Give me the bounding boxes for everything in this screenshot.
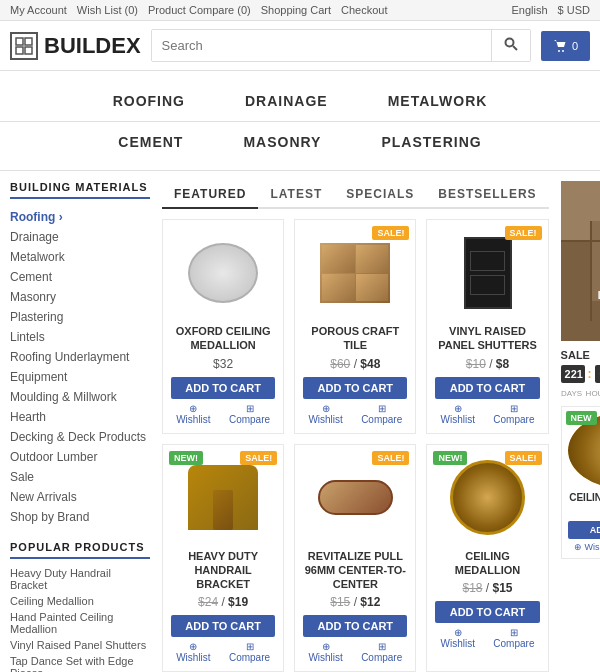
logo[interactable]: BUILDEX <box>10 32 141 60</box>
countdown-days: 221 <box>561 365 585 383</box>
search-input[interactable] <box>152 30 491 61</box>
wishlist-link-3[interactable]: ⊕ Wishlist <box>171 641 216 663</box>
product-card-5: NEW! SALE! CEILING MEDALLION $18 / $15 A… <box>426 444 548 672</box>
tab-bestsellers[interactable]: BESTSELLERS <box>426 181 548 209</box>
sidebar-item-shop-by-brand[interactable]: Shop by Brand <box>10 507 150 527</box>
sidebar-item-new-arrivals[interactable]: New Arrivals <box>10 487 150 507</box>
add-to-cart-button-2[interactable]: ADD TO CART <box>435 377 539 399</box>
featured-add-to-cart-button[interactable]: ADD TO CART <box>568 521 600 539</box>
checkout-link[interactable]: Checkout <box>341 4 387 16</box>
popular-item-0[interactable]: Heavy Duty Handrail Bracket <box>10 565 150 593</box>
promo-text: LATEST OFFER 30% OFF Shop now <box>569 290 600 333</box>
content: BUILDING MATERIALS Roofing › Drainage Me… <box>0 171 600 672</box>
sidebar-item-lintels[interactable]: Lintels <box>10 327 150 347</box>
wishlist-link-0[interactable]: ⊕ Wishlist <box>171 403 216 425</box>
main-nav-row2: CEMENT MASONRY PLASTERING <box>0 122 600 171</box>
product-badge-4: SALE! <box>372 451 409 465</box>
add-to-cart-button-1[interactable]: ADD TO CART <box>303 377 407 399</box>
currency-selector[interactable]: $ USD <box>558 4 590 16</box>
product-actions-5: ⊕ Wishlist ⊞ Compare <box>435 627 539 649</box>
countdown-labels: DAYS HOURS MIN SEC <box>561 389 600 398</box>
my-account-link[interactable]: My Account <box>10 4 67 16</box>
product-shape-tile <box>320 243 390 303</box>
cart-button[interactable]: 0 <box>541 31 590 61</box>
sale-label: SALE <box>561 349 600 361</box>
popular-item-4[interactable]: Tap Dance Set with Edge Pieces <box>10 653 150 672</box>
popular-item-3[interactable]: Vinyl Raised Panel Shutters <box>10 637 150 653</box>
featured-wishlist-link[interactable]: ⊕ Wishlist <box>574 542 600 552</box>
product-shape-medallion <box>450 460 525 535</box>
wish-list-link[interactable]: Wish List (0) <box>77 4 138 16</box>
nav-roofing[interactable]: ROOFING <box>113 89 185 113</box>
sidebar-item-hearth[interactable]: Hearth <box>10 407 150 427</box>
sidebar-item-roofing-underlayment[interactable]: Roofing Underlayment <box>10 347 150 367</box>
nav-masonry[interactable]: MASONRY <box>243 130 321 154</box>
product-badge-sale-3: SALE! <box>240 451 277 465</box>
product-shape-door <box>464 237 512 309</box>
product-card-4: SALE! REVITALIZE PULL 96MM CENTER-TO-CEN… <box>294 444 416 672</box>
tab-latest[interactable]: LATEST <box>258 181 334 209</box>
sidebar-item-cement[interactable]: Cement <box>10 267 150 287</box>
countdown: 221 : 09 : 42 : 28 <box>561 365 600 383</box>
wishlist-link-1[interactable]: ⊕ Wishlist <box>303 403 348 425</box>
compare-link-2[interactable]: ⊞ Compare <box>488 403 539 425</box>
sidebar-item-plastering[interactable]: Plastering <box>10 307 150 327</box>
search-button[interactable] <box>491 30 530 61</box>
nav-metalwork[interactable]: METALWORK <box>388 89 488 113</box>
product-old-price-2: $10 <box>466 357 486 371</box>
add-to-cart-button-5[interactable]: ADD TO CART <box>435 601 539 623</box>
tab-featured[interactable]: FEATURED <box>162 181 258 209</box>
wishlist-link-5[interactable]: ⊕ Wishlist <box>435 627 480 649</box>
product-card-2: SALE! VINYL RAISED PANEL SHUTTERS $10 / … <box>426 219 548 434</box>
featured-product-price: $15 $18 <box>568 506 600 517</box>
shopping-cart-link[interactable]: Shopping Cart <box>261 4 331 16</box>
product-name-2: VINYL RAISED PANEL SHUTTERS <box>435 324 539 353</box>
sidebar-item-outdoor-lumber[interactable]: Outdoor Lumber <box>10 447 150 467</box>
sidebar-item-equipment[interactable]: Equipment <box>10 367 150 387</box>
product-old-price-1: $60 <box>330 357 350 371</box>
compare-link-5[interactable]: ⊞ Compare <box>488 627 539 649</box>
svg-point-6 <box>558 50 560 52</box>
sidebar-item-drainage[interactable]: Drainage <box>10 227 150 247</box>
countdown-sep-1: : <box>588 367 592 381</box>
tab-specials[interactable]: SPECIALS <box>334 181 426 209</box>
sidebar-item-sale[interactable]: Sale <box>10 467 150 487</box>
product-actions-2: ⊕ Wishlist ⊞ Compare <box>435 403 539 425</box>
product-compare-link[interactable]: Product Compare (0) <box>148 4 251 16</box>
compare-link-3[interactable]: ⊞ Compare <box>224 641 275 663</box>
add-to-cart-button-3[interactable]: ADD TO CART <box>171 615 275 637</box>
product-name-3: HEAVY DUTY HANDRAIL BRACKET <box>171 549 275 592</box>
popular-item-1[interactable]: Ceiling Medallion <box>10 593 150 609</box>
compare-link-1[interactable]: ⊞ Compare <box>356 403 407 425</box>
svg-rect-10 <box>591 221 600 301</box>
product-price-1: $60 / $48 <box>303 357 407 371</box>
sidebar-item-masonry[interactable]: Masonry <box>10 287 150 307</box>
compare-link-0[interactable]: ⊞ Compare <box>224 403 275 425</box>
product-image-5 <box>435 453 539 543</box>
product-badge-new-3: NEW! <box>169 451 203 465</box>
promo-banner: LATEST OFFER 30% OFF Shop now <box>561 181 600 341</box>
nav-cement[interactable]: CEMENT <box>118 130 183 154</box>
sidebar-item-decking[interactable]: Decking & Deck Products <box>10 427 150 447</box>
product-new-price-5: $15 <box>493 581 513 595</box>
compare-link-4[interactable]: ⊞ Compare <box>356 641 407 663</box>
product-tabs: FEATURED LATEST SPECIALS BESTSELLERS <box>162 181 549 209</box>
nav-drainage[interactable]: DRAINAGE <box>245 89 328 113</box>
sidebar: BUILDING MATERIALS Roofing › Drainage Me… <box>10 181 150 672</box>
sidebar-item-metalwork[interactable]: Metalwork <box>10 247 150 267</box>
popular-item-2[interactable]: Hand Painted Ceiling Medallion <box>10 609 150 637</box>
sidebar-item-moulding[interactable]: Moulding & Millwork <box>10 387 150 407</box>
add-to-cart-button-4[interactable]: ADD TO CART <box>303 615 407 637</box>
sidebar-item-roofing[interactable]: Roofing › <box>10 207 150 227</box>
header: BUILDEX 0 <box>0 21 600 71</box>
product-new-price-2: $8 <box>496 357 509 371</box>
language-selector[interactable]: English <box>512 4 548 16</box>
countdown-label-days: DAYS <box>561 389 583 398</box>
add-to-cart-button-0[interactable]: ADD TO CART <box>171 377 275 399</box>
wishlist-link-4[interactable]: ⊕ Wishlist <box>303 641 348 663</box>
promo-offer: 30% OFF <box>569 301 600 319</box>
nav-plastering[interactable]: PLASTERING <box>381 130 481 154</box>
search-bar[interactable] <box>151 29 531 62</box>
product-actions-1: ⊕ Wishlist ⊞ Compare <box>303 403 407 425</box>
wishlist-link-2[interactable]: ⊕ Wishlist <box>435 403 480 425</box>
